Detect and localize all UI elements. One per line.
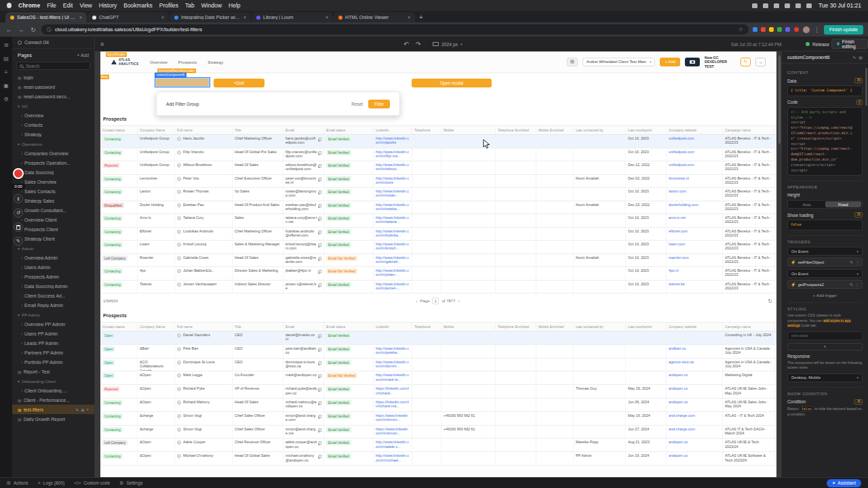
copy-icon[interactable] [319, 164, 321, 167]
menubar-item[interactable]: Bookmarks [123, 2, 153, 9]
page-item[interactable]: ▾ › ▤ Prospects Operation... ✎⊞× [12, 158, 94, 167]
add-page-button[interactable]: + Add [77, 53, 89, 58]
linkedin-link[interactable]: http://www.linkedin.com/in/jeroen-... [374, 281, 412, 294]
Wibout Broekhuis[interactable]: Rejected Unifiedpost Group Wibout Broekh… [100, 161, 776, 175]
column-header[interactable]: Mobile [441, 126, 496, 134]
connect-git-button[interactable]: Connect Git [12, 37, 94, 49]
show-loading-editor[interactable]: false [787, 220, 863, 230]
edit-action-icon[interactable]: ✎ [850, 260, 853, 264]
copy-icon[interactable] [319, 217, 321, 220]
column-header[interactable]: Last contacted by [574, 323, 626, 331]
page-item[interactable]: ▾ › ▤ Client Onboarding ... ✎⊞× [12, 386, 94, 395]
Filip Vranckx[interactable]: Contacting Unifiedpost Group Filip Vranc… [100, 148, 776, 162]
linkedin-link[interactable]: http://www.linkedin.com/in/liudvika... [374, 228, 412, 241]
copy-icon[interactable] [319, 257, 321, 260]
Dominique St-Louis[interactable]: Open &CO Collaborateurs Créatifs Dominiq… [100, 359, 776, 372]
tab-close-icon[interactable]: × [79, 15, 82, 20]
company-website-link[interactable]: laxton.com [667, 188, 723, 201]
Tatiana Cury[interactable]: Contacting Ams-Ix Tatiana Cury Sales tat… [100, 214, 776, 228]
prev-page-icon[interactable]: ‹ [416, 299, 417, 304]
logs-item[interactable]: ≡ Logs (800) [38, 481, 65, 486]
copy-icon[interactable] [319, 361, 321, 365]
new-tab-button[interactable]: + [416, 12, 427, 22]
image-button[interactable]: ▦ [567, 58, 578, 66]
company-website-link[interactable]: telenet.be [667, 281, 723, 294]
company-website-link[interactable]: doclerholding.com [667, 201, 723, 215]
copy-icon[interactable] [319, 348, 321, 351]
browser-tab[interactable]: Library | Loom × [252, 12, 333, 22]
actions-item[interactable]: ⊞ Actions [7, 481, 28, 486]
tab-close-icon[interactable]: × [326, 15, 328, 20]
menubar-item[interactable]: Chrome [18, 2, 40, 9]
Kristof Lecocq[interactable]: Contacting Lisam Kristof Lecocq Sales & … [100, 241, 776, 254]
logout-button[interactable]: → [755, 58, 766, 66]
url-bar[interactable]: ⓘ cloud.uibakery.io/edit/atlas-salesos/U… [41, 24, 749, 35]
copy-icon[interactable] [319, 270, 321, 273]
duplicate-page-icon[interactable]: ⊞ [81, 407, 84, 412]
filter-button[interactable]: Filter [368, 100, 390, 108]
copy-icon[interactable] [319, 151, 321, 155]
recording-indicator-icon[interactable] [794, 27, 799, 32]
extension-icon-3[interactable] [769, 27, 774, 32]
forward-icon[interactable]: → [17, 26, 25, 33]
linkedin-link[interactable]: http://www.linkedin.com/in/filip-vra... [374, 148, 412, 162]
data-code-editor[interactable]: { title: 'Custom Component' } [787, 85, 863, 96]
column-header[interactable]: Telephone [412, 126, 441, 134]
record-stop-button[interactable] [13, 168, 24, 179]
column-header[interactable]: Full name [175, 323, 233, 331]
linkedin-link[interactable]: http://www.linkedin.com/in/wibout... [374, 161, 412, 175]
client-select[interactable]: Andrei Whitelabel Client Test Main ▾ [583, 58, 656, 66]
delete-page-icon[interactable]: × [86, 407, 89, 412]
page-item[interactable]: ▾ › ▤ Daily Growth Report ✎⊞× [12, 414, 94, 424]
copy-icon[interactable] [319, 283, 321, 287]
column-header[interactable]: LinkedIn [374, 323, 412, 331]
site-info-icon[interactable]: ⓘ [47, 26, 52, 33]
menubar-item[interactable]: Tab [185, 2, 195, 9]
canvas-size-select[interactable]: 2024 px ▾ [433, 37, 462, 52]
linkedin-link[interactable]: http://www.linkedin.com/in/mark-le... [374, 371, 412, 385]
height-option[interactable]: Fixed [825, 201, 862, 207]
company-website-link[interactable]: andopen.co [667, 452, 723, 466]
linkedin-link[interactable]: http://www.linkedin.com/in/tatiana... [374, 214, 412, 228]
Richard Pyke[interactable]: Rejected &Open Richard Pyke VP of Revenu… [100, 385, 776, 399]
page-item[interactable]: ▾ › ▤ test-filters ✎⊞× [12, 405, 94, 414]
copy-icon[interactable] [319, 190, 321, 194]
inspector-scrollbar[interactable] [865, 68, 867, 106]
menu-icon[interactable]: ≡ [100, 37, 104, 52]
company-website-link[interactable]: unifiedpost.com [667, 161, 723, 175]
company-website-link[interactable]: andopen.co [667, 439, 723, 452]
Liudvikas Andriulis[interactable]: Contacting Effortel Liudvikas Andriulis … [100, 228, 776, 241]
column-header[interactable]: Contact status [100, 323, 138, 331]
page-item[interactable]: ▾ › ▤ Overview PP Admin ✎⊞× [12, 319, 94, 329]
page-item[interactable]: ▾ › ▤ Operations ✎⊞× [12, 139, 94, 148]
Daniel Saunders[interactable]: Open Daniel Saunders CEO daniel@imarks.c… [100, 331, 776, 345]
menubar-item[interactable]: Help [229, 2, 240, 9]
company-website-link[interactable]: and-charge.com [667, 412, 723, 426]
page-item[interactable]: ▾ › ▤ Portfolio PP Admin ✎⊞× [12, 357, 94, 367]
draw-button[interactable]: ✎ [14, 237, 23, 246]
tab-close-icon[interactable]: × [243, 15, 246, 20]
copy-icon[interactable] [319, 374, 321, 378]
copy-icon[interactable] [319, 230, 321, 234]
menubar-item[interactable]: Profiles [159, 2, 178, 9]
trigger-event-select[interactable]: On Event ▾ [787, 269, 863, 278]
linkedin-link[interactable]: http://www.linkedin.com/in/jacobs [374, 135, 412, 148]
tab-close-icon[interactable]: × [408, 15, 410, 20]
page-item[interactable]: ▾ › ▤ Prospects Admin ✎⊞× [12, 272, 94, 281]
menubar-clock[interactable]: Tue 30 Jul 01:21 [818, 2, 861, 9]
Johan Bakker&Jo...[interactable]: Contacting 4ps Johan Bakker&Jo... Direct… [100, 267, 776, 281]
display-icon[interactable] [763, 3, 768, 8]
company-website-link[interactable]: effortel.com [667, 228, 723, 241]
page-search-input[interactable]: Search [16, 62, 90, 70]
company-website-link[interactable]: unifiedpost.com [667, 135, 723, 148]
column-header[interactable]: Campaign name [723, 126, 775, 134]
content-section-header[interactable]: CONTENT [787, 66, 863, 75]
company-website-link[interactable]: ams-ix.net [667, 214, 723, 228]
page-item[interactable]: ▾ › ▤ GC ✎⊞× [12, 101, 94, 110]
appearance-section-header[interactable]: APPEARANCE [787, 180, 863, 189]
copy-icon[interactable] [319, 401, 321, 405]
column-header[interactable]: Company Name [138, 126, 175, 134]
company-website-link[interactable] [667, 331, 723, 345]
Richard Mahony[interactable]: Contacting &Open Richard Mahony Head Of … [100, 399, 776, 412]
extension-icon-4[interactable] [777, 27, 782, 32]
